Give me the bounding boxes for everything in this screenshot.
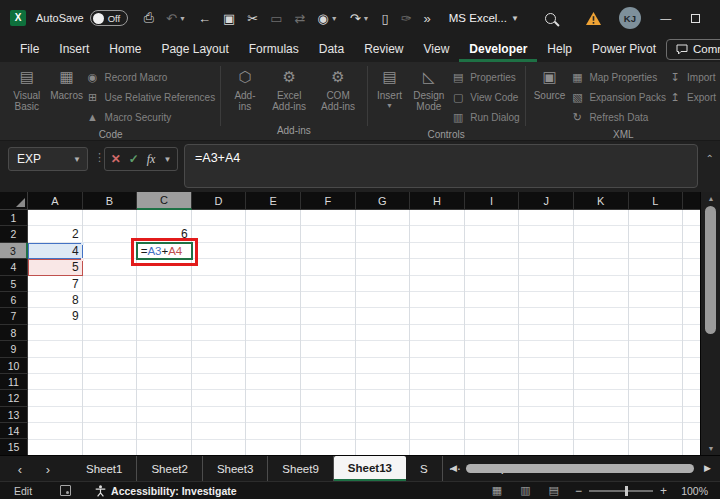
comments-button[interactable]: Comments (666, 39, 720, 60)
row-header-9[interactable]: 9 (0, 341, 28, 357)
cell-a4[interactable]: 5 (28, 259, 83, 275)
cut-icon[interactable]: ✂ (247, 11, 258, 26)
cell-a2[interactable]: 2 (28, 226, 83, 242)
ribbon-refresh-data-button[interactable]: ↻Refresh Data (570, 107, 666, 127)
hscroll-left-icon[interactable]: ◀ (450, 463, 457, 473)
ink-icon[interactable]: ✑ (401, 11, 412, 26)
column-header-c[interactable]: C (137, 192, 192, 210)
ribbon-macro-security-button[interactable]: ▲Macro Security (86, 107, 216, 127)
menu-review[interactable]: Review (354, 36, 413, 62)
redo-icon[interactable]: ↷▼ (350, 11, 370, 26)
autosave-toggle[interactable]: Off (90, 10, 128, 26)
row-header-2[interactable]: 2 (0, 226, 28, 242)
row-header-3[interactable]: 3 (0, 243, 28, 259)
scroll-up-icon[interactable]: ▲ (701, 195, 720, 202)
row-header-5[interactable]: 5 (0, 276, 28, 292)
sheet-tab-sheet1[interactable]: Sheet1 (72, 456, 137, 482)
formula-input[interactable]: =A3+A4 (184, 144, 698, 188)
sheet-tab-sheet13[interactable]: Sheet13 (334, 456, 406, 482)
new-file-icon[interactable]: ▯ (381, 11, 388, 26)
accessibility-status[interactable]: Accessibility: Investigate (95, 485, 236, 497)
column-header-a[interactable]: A (28, 192, 83, 210)
row-header-4[interactable]: 4 (0, 259, 28, 275)
prev-sheet-icon[interactable]: ‹ (8, 456, 32, 482)
row-header-6[interactable]: 6 (0, 292, 28, 308)
zoom-slider-thumb[interactable] (625, 486, 628, 496)
next-sheet-icon[interactable]: › (36, 456, 60, 482)
menu-home[interactable]: Home (99, 36, 151, 62)
column-header-l[interactable]: L (629, 192, 684, 210)
find-replace-icon[interactable]: ⇄ (294, 11, 305, 26)
ribbon-add-ins-button[interactable]: ⬡Add-ins (226, 65, 264, 123)
column-header-h[interactable]: H (410, 192, 465, 210)
zoom-in-button[interactable]: + (660, 484, 667, 498)
menu-power-pivot[interactable]: Power Pivot (582, 36, 666, 62)
horizontal-scrollbar[interactable] (464, 464, 698, 474)
maximize-button[interactable] (681, 0, 711, 36)
vertical-scrollbar-thumb[interactable] (705, 206, 716, 334)
row-header-7[interactable]: 7 (0, 308, 28, 324)
column-header-d[interactable]: D (192, 192, 247, 210)
column-header-g[interactable]: G (356, 192, 411, 210)
horizontal-scrollbar-thumb[interactable] (466, 464, 694, 473)
cell-a5[interactable]: 7 (28, 276, 83, 292)
sheet-tab-sheet9[interactable]: Sheet9 (268, 456, 333, 482)
column-header-k[interactable]: K (574, 192, 629, 210)
search-icon[interactable] (545, 13, 556, 24)
ribbon-use-relative-references-button[interactable]: ⊞Use Relative References (86, 87, 216, 107)
row-header-1[interactable]: 1 (0, 210, 28, 226)
row-header-14[interactable]: 14 (0, 423, 28, 439)
normal-view-icon[interactable]: ▦ (492, 484, 502, 497)
cell-a6[interactable]: 8 (28, 292, 83, 308)
select-all-corner[interactable] (0, 192, 28, 210)
ribbon-excel-add-ins-button[interactable]: ⚙Excel Add-ins (266, 65, 313, 123)
scroll-down-icon[interactable]: ▼ (701, 445, 720, 452)
menu-developer[interactable]: Developer (459, 36, 537, 62)
column-header-j[interactable]: J (519, 192, 574, 210)
row-header-15[interactable]: 15 (0, 439, 28, 455)
ribbon-expansion-packs-button[interactable]: ▧Expansion Packs (570, 87, 666, 107)
sheet-tab-sheet3[interactable]: Sheet3 (203, 456, 268, 482)
sheet-tab-s[interactable]: S (406, 456, 443, 482)
row-header-12[interactable]: 12 (0, 390, 28, 406)
column-header-i[interactable]: I (465, 192, 520, 210)
minimize-button[interactable]: — (651, 0, 681, 36)
paste-icon[interactable]: ▭ (270, 11, 282, 26)
ribbon-visual-basic-button[interactable]: ▤Visual Basic (6, 65, 48, 127)
warning-icon[interactable] (586, 12, 601, 25)
ribbon-properties-button[interactable]: ▤Properties (451, 67, 519, 87)
title-chevron-down-icon[interactable]: ▼ (511, 14, 519, 23)
column-header-b[interactable]: B (83, 192, 138, 210)
copy-icon[interactable]: ▣ (223, 11, 235, 26)
cancel-icon[interactable]: ✕ (111, 152, 121, 166)
ribbon-design-mode-button[interactable]: ◺Design Mode (409, 65, 450, 127)
row-header-11[interactable]: 11 (0, 374, 28, 390)
row-header-10[interactable]: 10 (0, 358, 28, 374)
menu-formulas[interactable]: Formulas (239, 36, 309, 62)
ribbon-export-button[interactable]: ↥Export (668, 87, 716, 107)
ribbon-view-code-button[interactable]: ▢View Code (451, 87, 519, 107)
cell-a3[interactable]: 4 (28, 243, 83, 259)
undo-icon[interactable]: ↶▼ (166, 11, 186, 26)
vertical-scrollbar[interactable]: ▲ ▼ (700, 192, 720, 455)
save-icon[interactable]: ⎙ (144, 10, 154, 26)
menu-help[interactable]: Help (537, 36, 582, 62)
zoom-level[interactable]: 100% (678, 485, 708, 497)
cell-a7[interactable]: 9 (28, 308, 83, 324)
close-button[interactable]: ✕ (711, 0, 720, 36)
name-box[interactable]: EXP ▼ (8, 147, 88, 171)
row-header-8[interactable]: 8 (0, 325, 28, 341)
ribbon-insert-button[interactable]: ▤Insert▼ (373, 65, 407, 127)
column-header-e[interactable]: E (246, 192, 301, 210)
zoom-out-button[interactable]: − (575, 484, 582, 498)
back-icon[interactable]: ← (198, 11, 211, 26)
sheet-tab-sheet2[interactable]: Sheet2 (137, 456, 202, 482)
formula-bar-collapse-chevron-icon[interactable]: ⌃ (706, 153, 714, 164)
hscroll-right-icon[interactable]: ▶ (704, 463, 711, 473)
menu-insert[interactable]: Insert (49, 36, 99, 62)
row-header-13[interactable]: 13 (0, 407, 28, 423)
touch-mode-icon[interactable]: ◉▼ (317, 11, 337, 26)
ribbon-record-macro-button[interactable]: ◉Record Macro (86, 67, 216, 87)
overflow-icon[interactable]: » (424, 11, 431, 26)
ribbon-run-dialog-button[interactable]: ▥Run Dialog (451, 107, 519, 127)
